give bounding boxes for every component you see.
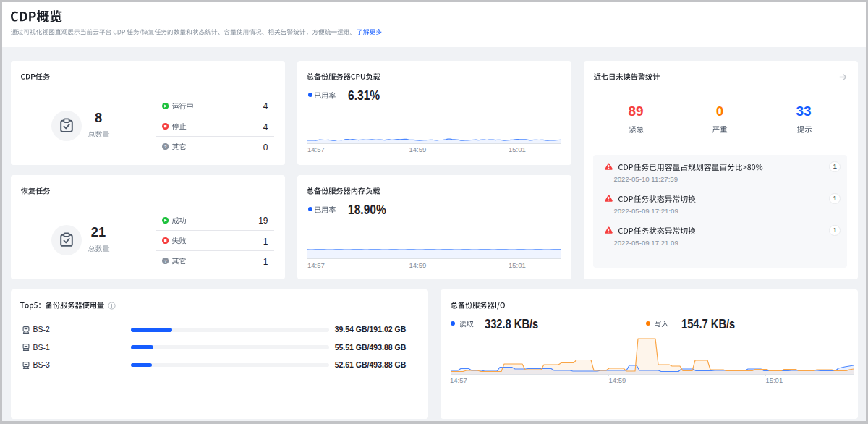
svg-text:?: ?: [163, 144, 166, 148]
svg-text:?: ?: [163, 258, 166, 263]
